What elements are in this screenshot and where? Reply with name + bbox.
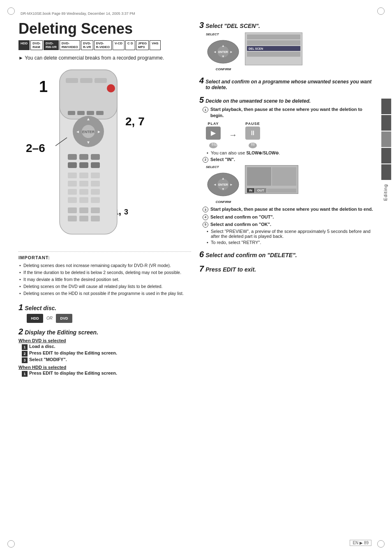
step-4-text: Select and confirm on a programme whose … — [205, 79, 376, 90]
arrow-right-icon: → — [229, 130, 237, 140]
dvd-sub-step-2: 2 Press EDIT to display the Editing scre… — [22, 350, 191, 357]
badge-dvd-r-vr: DVD-R-VR — [81, 40, 93, 50]
when-dvd-label: When DVD is selected — [18, 338, 191, 343]
play-label: PLAY — [208, 122, 219, 126]
del-scen-item-label: DEL SCEN — [249, 47, 263, 50]
svg-rect-28 — [91, 181, 100, 187]
step-3-text: Select "DEL SCEN". — [205, 23, 260, 29]
del-scen-item-3-selected: DEL SCEN — [247, 46, 300, 51]
dvd-sub-step-3: 3 Select "MODIFY". — [22, 357, 191, 363]
select-label-2: SELECT — [206, 165, 219, 169]
sub-step-5-2-num: 2 — [203, 157, 208, 163]
hand-icon-play — [208, 140, 219, 149]
hdd-sub-step-text-1: Press EDIT to display the Editing screen… — [29, 371, 117, 375]
sub-step-5-5-text: Select and confirm on "OK". — [210, 221, 271, 228]
remote-svg: ▲ ▼ ◄ ► ENTER — [35, 66, 142, 242]
dvd-sub-step-text-2: Press EDIT to display the Editing screen… — [29, 350, 117, 355]
left-steps: 1 Select disc. HDD OR DVD 2 Display the … — [18, 303, 191, 377]
sub-step-5-4: 4 Select and confirm on "OUT". — [203, 214, 376, 220]
del-scen-screen: DEL SCEN — [245, 32, 302, 65]
hdd-sub-steps: 1 Press EDIT to display the Editing scre… — [22, 371, 191, 377]
side-tab-bar-2 — [381, 115, 391, 131]
svg-rect-38 — [68, 216, 77, 221]
svg-rect-36 — [79, 207, 88, 213]
side-tab-label: Editing — [383, 184, 392, 201]
step-5-text: Decide on the unwanted scene to be delet… — [205, 98, 311, 104]
sub-step-5-2: 2 Select "IN". — [203, 157, 376, 163]
svg-text:▼: ▼ — [86, 140, 90, 145]
dvd-sub-steps: 1 Load a disc. 2 Press EDIT to display t… — [22, 344, 191, 363]
del-scen-item-4 — [247, 52, 300, 57]
badge-cd: C D — [125, 40, 135, 50]
important-list: Deleting scenes does not increase remain… — [18, 263, 191, 297]
svg-rect-40 — [91, 216, 100, 221]
svg-rect-15 — [87, 111, 94, 115]
in-out-screen-container: IN OUT — [245, 165, 298, 194]
step-5-num: 5 — [199, 95, 204, 105]
del-scen-item-1 — [247, 35, 300, 39]
svg-rect-22 — [91, 162, 100, 168]
step-3: 3 Select "DEL SCEN". SELECT ▲ ▼ ◄ ► ENTE… — [199, 21, 376, 71]
playback-row: PLAY ▶ → PAUSE ⏸ — [206, 122, 376, 149]
sub-step-5-3-text: Start playback, then pause at the scene … — [210, 206, 373, 212]
badge-dvd-rw-video: DVD-RW/VIDEO — [60, 40, 80, 50]
slow-note: You can also use SLOW⊕/SLOW⊖. — [206, 150, 376, 155]
out-btn-display: OUT — [255, 188, 266, 193]
step-6-num: 6 — [199, 250, 204, 259]
svg-rect-35 — [68, 207, 77, 213]
svg-rect-18 — [79, 154, 88, 160]
format-badges: HDD DVD-RAM DVD-RW-VR DVD-RW/VIDEO DVD-R… — [18, 40, 191, 50]
badge-v-cd: V-CD — [113, 40, 125, 50]
svg-text:ENTER: ENTER — [82, 130, 95, 134]
hand-icon-pause — [247, 140, 258, 149]
svg-rect-24 — [79, 173, 88, 178]
side-tab-bar-4 — [381, 148, 391, 164]
sub-step-5-1-text: Start playback, then pause at the scene … — [210, 106, 376, 119]
sub-step-5-2-text: Select "IN". — [210, 157, 235, 163]
svg-text:◄: ◄ — [76, 129, 80, 134]
select-confirm-diag-2: SELECT ▲ ▼ ◄ ► ENTER CONFIRM — [206, 165, 376, 204]
svg-text:▼: ▼ — [221, 55, 225, 58]
corner-mark-tr — [377, 7, 385, 15]
svg-rect-20 — [68, 162, 77, 168]
retry-note: To redo, select "RETRY". — [206, 240, 376, 245]
slow-minus-text: SLOW⊖ — [263, 151, 279, 155]
important-item-5: Deleting scenes on the HDD is not possib… — [18, 290, 191, 297]
dvd-sub-step-num-2: 2 — [22, 351, 28, 357]
hdd-icon: HDD — [27, 314, 43, 323]
svg-text:◄: ◄ — [213, 50, 217, 54]
important-title: IMPORTANT: — [18, 255, 191, 260]
side-tab-bar-5 — [381, 164, 391, 180]
play-button: ▶ — [206, 127, 221, 140]
controller-svg-2: ▲ ▼ ◄ ► ENTER — [206, 170, 241, 199]
sub-step-5-1-num: 1 — [203, 107, 208, 113]
important-item-2: If the time duration to be deleted is be… — [18, 269, 191, 276]
dvd-sub-step-num-1: 1 — [22, 344, 28, 350]
badge-jpeg: JPEGMP3 — [136, 40, 149, 50]
svg-rect-37 — [91, 207, 100, 213]
sub-step-5-1: 1 Start playback, then pause at the scen… — [203, 106, 376, 119]
del-scen-item-2 — [247, 40, 300, 45]
in-btn-display: IN — [247, 188, 254, 193]
step-6-text: Select and confirm on "DELETE". — [205, 252, 297, 258]
svg-rect-54 — [251, 143, 253, 146]
corner-mark-tl — [7, 7, 15, 15]
dvd-sub-step-text-3: Select "MODIFY". — [29, 357, 67, 362]
svg-rect-27 — [79, 181, 88, 187]
in-out-bar: IN OUT — [245, 187, 298, 193]
dvd-sub-step-1: 1 Load a disc. — [22, 344, 191, 350]
svg-rect-50 — [212, 143, 213, 146]
side-tab: Editing — [380, 99, 392, 201]
svg-text:▲: ▲ — [221, 177, 225, 180]
svg-text:◄: ◄ — [213, 183, 217, 187]
step-1-num: 1 — [18, 303, 23, 312]
confirm-label-3: CONFIRM — [216, 67, 231, 71]
corner-mark-br — [377, 540, 385, 548]
select-label-3: SELECT — [206, 32, 219, 36]
svg-text:▲: ▲ — [86, 117, 90, 121]
hdd-sub-step-num-1: 1 — [22, 371, 28, 377]
sub-step-5-5-num: 5 — [203, 222, 208, 228]
badge-dvd-rw-vr: DVD-RW-VR — [44, 40, 59, 50]
svg-rect-16 — [96, 111, 104, 115]
left-column: Deleting Scenes HDD DVD-RAM DVD-RW-VR DV… — [18, 21, 191, 539]
